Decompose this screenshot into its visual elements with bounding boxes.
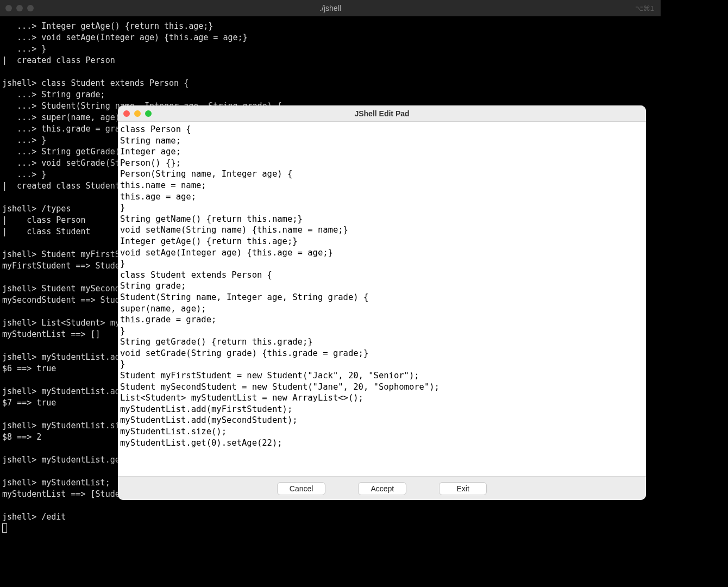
terminal-title: ./jshell (319, 4, 341, 13)
exit-button[interactable]: Exit (439, 482, 487, 495)
maximize-icon[interactable] (27, 5, 34, 11)
editpad-textarea[interactable]: class Person { String name; Integer age;… (118, 122, 646, 476)
editpad-text: class Person { String name; Integer age;… (120, 124, 440, 448)
terminal-titlebar: ./jshell ⌥⌘1 (0, 0, 661, 16)
editpad-window: JShell Edit Pad class Person { String na… (118, 105, 646, 500)
cancel-button[interactable]: Cancel (277, 482, 326, 495)
terminal-shortcut: ⌥⌘1 (635, 4, 654, 13)
editpad-traffic-lights (123, 110, 152, 117)
close-icon[interactable] (5, 5, 12, 11)
cursor-icon (2, 523, 7, 533)
minimize-icon[interactable] (16, 5, 23, 11)
close-icon[interactable] (123, 110, 130, 117)
terminal-traffic-lights (5, 5, 34, 11)
editpad-titlebar: JShell Edit Pad (118, 105, 646, 122)
minimize-icon[interactable] (134, 110, 141, 117)
editpad-title: JShell Edit Pad (354, 109, 409, 118)
maximize-icon[interactable] (145, 110, 152, 117)
editpad-buttonbar: Cancel Accept Exit (118, 476, 646, 500)
accept-button[interactable]: Accept (358, 482, 406, 495)
